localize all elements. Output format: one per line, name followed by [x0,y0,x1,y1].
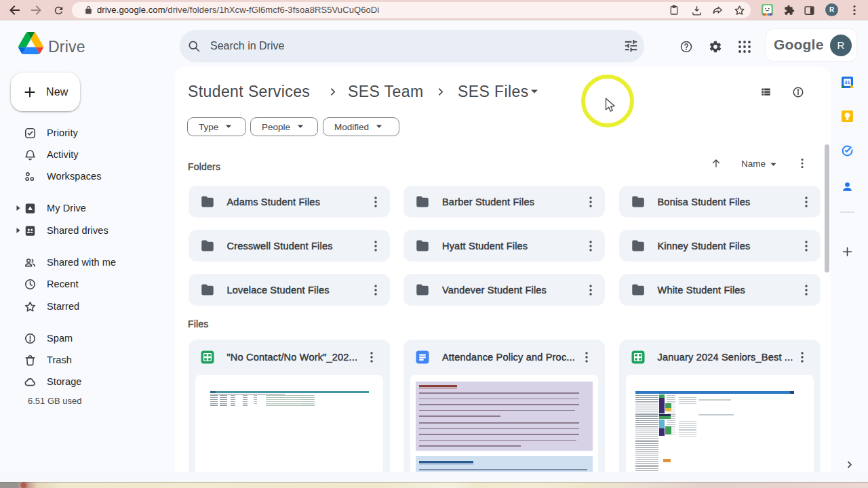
back-icon[interactable] [9,5,20,16]
apps-grid-icon[interactable] [738,40,751,54]
shared-drives-icon [24,224,37,237]
sidebar-item-starred[interactable]: Starred [0,296,174,317]
bottom-strip [0,482,868,488]
star-icon [24,300,37,313]
folder-icon [631,284,645,296]
folder-more-icon[interactable] [585,197,604,207]
calendar-day-number: 31 [844,79,850,85]
folder-more-icon[interactable] [370,241,389,251]
breadcrumb-item[interactable]: Student Services [188,83,310,100]
settings-gear-icon[interactable] [709,40,722,54]
file-card[interactable]: "No Contact/No Work"_202... [189,340,390,472]
folder-card[interactable]: Kinney Student Files [619,230,821,262]
drive-logo-icon[interactable] [18,32,43,54]
folder-more-icon[interactable] [370,197,389,207]
folder-more-icon[interactable] [370,285,389,296]
folder-card[interactable]: Adams Student Files [189,186,390,218]
sidebar-item-shared-drives[interactable]: Shared drives [0,220,174,241]
sidebar-item-shared-with-me[interactable]: Shared with me [0,251,174,273]
help-icon[interactable] [679,40,693,54]
folder-card[interactable]: Bonisa Student Files [619,186,821,218]
browser-menu-icon[interactable] [849,5,860,16]
sidebar-item-storage[interactable]: Storage [0,371,174,392]
search-icon[interactable] [187,39,201,53]
clipboard-icon[interactable] [669,5,679,16]
browser-toolbar: drive.google.com/drive/folders/1hXcw-fGl… [0,0,868,20]
refresh-icon[interactable] [53,5,64,16]
sidebar-item-spam[interactable]: Spam [0,327,174,349]
lock-icon[interactable] [84,5,95,16]
account-avatar[interactable]: R [830,35,852,56]
google-docs-icon [416,350,429,364]
expand-caret-icon[interactable] [16,205,21,211]
get-add-ons-icon[interactable] [841,245,853,258]
folder-more-icon[interactable] [801,285,820,296]
scrollbar-thumb[interactable] [825,144,829,272]
file-card[interactable]: Attendance Policy and Proc... [403,340,605,472]
folder-more-icon[interactable] [801,197,820,207]
breadcrumb-dropdown-caret-icon[interactable] [530,89,538,94]
extension-avatar-icon[interactable] [762,4,773,16]
contacts-icon[interactable] [841,180,853,192]
breadcrumb-item[interactable]: SES Team [348,83,423,100]
folder-icon [201,240,214,251]
file-more-icon[interactable] [801,352,812,363]
browser-profile-avatar[interactable]: R [825,3,838,16]
sidebar-item-trash[interactable]: Trash [0,349,174,371]
download-icon[interactable] [691,5,702,16]
calendar-icon[interactable]: 31 [841,76,853,88]
bottom-band [0,472,868,482]
search-options-icon[interactable] [623,38,639,54]
filter-chip-people[interactable]: People [250,117,318,136]
details-info-icon[interactable] [792,86,804,98]
layout-more-icon[interactable] [797,158,808,169]
sidebar-item-priority[interactable]: Priority [0,122,174,144]
side-panel-icon[interactable] [804,5,814,16]
folder-more-icon[interactable] [585,241,604,251]
list-view-toggle-icon[interactable] [761,87,771,97]
sort-caret-icon[interactable] [770,163,777,167]
trash-icon [24,354,37,367]
folder-card[interactable]: White Student Files [619,274,821,306]
file-more-icon[interactable] [370,352,381,363]
share-icon[interactable] [712,5,723,16]
tasks-icon[interactable] [841,144,853,157]
folder-card[interactable]: Barber Student Files [403,186,605,218]
new-button[interactable]: New [11,73,80,111]
sidebar-item-my-drive[interactable]: My Drive [0,197,174,219]
chevron-down-icon [225,125,232,129]
keep-icon[interactable] [841,110,853,122]
sort-by-name[interactable]: Name [741,159,766,169]
files-section-label: Files [188,319,209,329]
folder-more-icon[interactable] [801,241,820,251]
sort-direction-icon[interactable] [711,158,722,169]
filter-chip-type[interactable]: Type [187,117,246,136]
bookmark-star-icon[interactable] [734,5,745,16]
folder-card[interactable]: Lovelace Student Files [189,274,390,306]
folder-card[interactable]: Cresswell Student Files [189,230,390,262]
extensions-puzzle-icon[interactable] [784,5,795,16]
filter-chip-modified[interactable]: Modified [323,117,399,136]
workspaces-icon [24,170,37,183]
file-preview [626,375,814,472]
forward-icon[interactable] [31,5,41,16]
breadcrumb-item-current[interactable]: SES Files [458,83,529,100]
folder-icon [416,284,429,296]
folder-card[interactable]: Vandever Student Files [403,274,605,306]
sidebar-item-workspaces[interactable]: Workspaces [0,165,174,187]
chevron-down-icon [297,125,304,129]
expand-caret-icon[interactable] [16,227,21,234]
folder-more-icon[interactable] [585,285,604,296]
sidebar-item-activity[interactable]: Activity [0,144,174,165]
url-text[interactable]: drive.google.com/drive/folders/1hXcw-fGl… [97,0,379,20]
file-card[interactable]: January 2024 Seniors_Best ... [619,340,821,472]
search-input[interactable]: Search in Drive [210,30,284,62]
sidebar-item-recent[interactable]: Recent [0,273,174,295]
mouse-cursor [605,98,616,114]
file-more-icon[interactable] [585,352,596,363]
folder-card[interactable]: Hyatt Student Files [403,230,605,262]
google-sheets-icon [631,350,645,364]
bell-icon [24,148,37,161]
hide-side-panel-icon[interactable] [846,460,853,469]
main-panel: Student Services SES Team SES Files Type… [175,66,831,472]
